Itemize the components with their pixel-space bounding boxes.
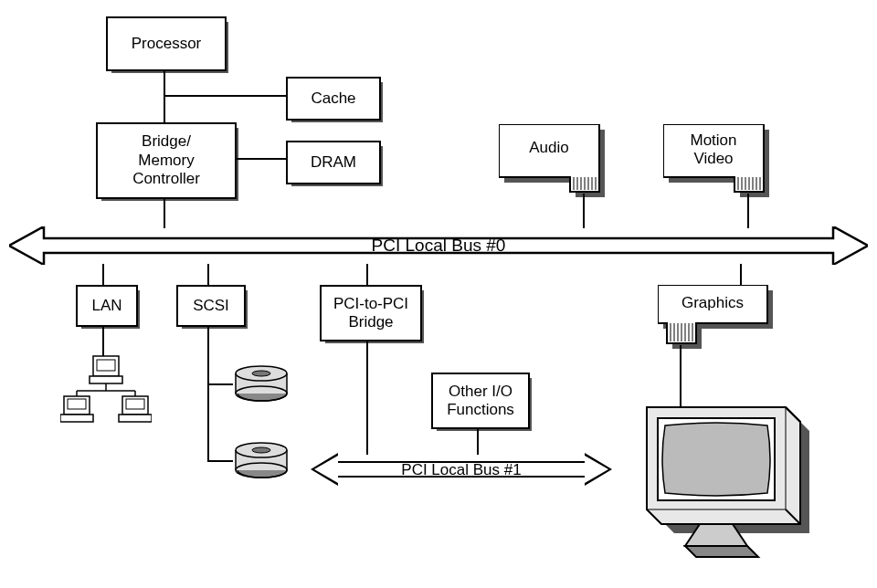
scsi-disk1-hline (207, 383, 233, 385)
svg-point-38 (252, 371, 270, 376)
graphics-label: Graphics (658, 294, 767, 312)
processor-label: Processor (132, 35, 202, 53)
bridge-mem-label: Bridge/ Memory Controller (132, 132, 200, 188)
dram-block: DRAM (286, 141, 381, 184)
scsi-block: SCSI (176, 285, 246, 327)
ppb-bus1-line (366, 340, 368, 455)
other-io-block: Other I/O Functions (431, 373, 530, 429)
bridge-mem-block: Bridge/ Memory Controller (96, 122, 237, 199)
bridge-bus0-line (164, 197, 165, 228)
graphics-bus0-line (740, 264, 742, 286)
lan-block: LAN (76, 285, 138, 327)
cache-block: Cache (286, 77, 381, 121)
network-icon (60, 354, 152, 425)
svg-rect-20 (97, 360, 115, 371)
svg-point-45 (252, 447, 270, 453)
svg-rect-30 (126, 399, 144, 409)
ppb-bus0-line (366, 264, 368, 286)
ppb-label: PCI-to-PCI Bridge (333, 295, 408, 332)
svg-rect-28 (60, 415, 93, 422)
pci-bus-1-label: PCI Local Bus #1 (365, 461, 557, 479)
scsi-bus0-line (207, 264, 209, 286)
motion-video-label: Motion Video (663, 131, 764, 168)
cache-label: Cache (311, 89, 355, 108)
audio-card (499, 124, 608, 205)
other-io-bus1-line (477, 427, 479, 455)
motion-bus0-line (747, 194, 749, 228)
ppb-block: PCI-to-PCI Bridge (320, 285, 422, 341)
lan-label: LAN (91, 297, 122, 315)
audio-label: Audio (499, 139, 599, 157)
dram-label: DRAM (311, 153, 356, 172)
monitor-icon (621, 396, 813, 570)
bridge-dram-line (235, 158, 286, 160)
audio-bus0-line (583, 194, 585, 228)
processor-block: Processor (106, 16, 227, 71)
svg-marker-63 (685, 546, 758, 557)
cpu-cache-hline (164, 95, 298, 97)
other-io-label: Other I/O Functions (447, 383, 514, 420)
scsi-disks-vline (207, 325, 209, 462)
scsi-disk2-hline (207, 460, 233, 462)
scsi-label: SCSI (193, 297, 229, 315)
disk-icon-1 (232, 363, 291, 404)
disk-icon-2 (232, 440, 291, 480)
svg-rect-27 (68, 399, 86, 409)
lan-bus0-line (102, 264, 104, 286)
svg-rect-21 (90, 376, 122, 383)
pci-bus-0-label: PCI Local Bus #0 (347, 236, 530, 256)
svg-rect-31 (119, 415, 152, 422)
